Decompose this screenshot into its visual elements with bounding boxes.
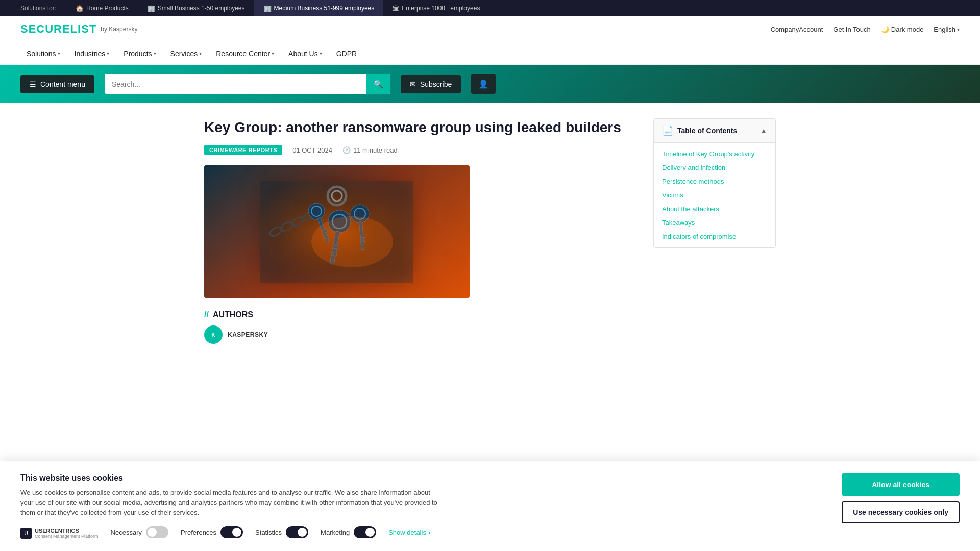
- article-title: Key Group: another ransomware group usin…: [204, 118, 638, 137]
- solutions-label: Solutions for:: [20, 5, 56, 12]
- toc-document-icon: 📄: [662, 125, 673, 136]
- toc-box: 📄 Table of Contents ▲ Timeline of Key Gr…: [653, 118, 776, 248]
- enterprise-icon: 🏛: [393, 5, 399, 12]
- about-chevron: ▾: [320, 51, 322, 56]
- toc-item-1[interactable]: Delivery and infection: [654, 161, 775, 174]
- toc-item-6[interactable]: Indicators of compromise: [654, 230, 775, 243]
- search-wrapper: 🔍: [105, 74, 390, 94]
- toc-item-5[interactable]: Takeaways: [654, 216, 775, 230]
- toc-item-2[interactable]: Persistence methods: [654, 174, 775, 188]
- header-right: CompanyAccount Get In Touch 🌙 Dark mode …: [771, 26, 960, 33]
- author-name: KASPERSKY: [228, 331, 268, 338]
- topbar-home[interactable]: 🏠 Home Products: [66, 0, 138, 16]
- nav-gdpr[interactable]: GDPR: [330, 42, 363, 64]
- toc-item-3[interactable]: Victims: [654, 188, 775, 202]
- dark-mode-button[interactable]: 🌙 Dark mode: [881, 26, 924, 33]
- nav-about-us[interactable]: About Us ▾: [282, 42, 328, 64]
- top-bar: Solutions for: 🏠 Home Products 🏢 Small B…: [0, 0, 980, 16]
- topbar-enterprise[interactable]: 🏛 Enterprise 1000+ employees: [383, 0, 489, 16]
- search-input[interactable]: [105, 75, 366, 93]
- lang-chevron-icon: ▾: [957, 27, 960, 32]
- header: SECURELIST by Kaspersky CompanyAccount G…: [0, 16, 980, 42]
- topbar-small-business[interactable]: 🏢 Small Business 1-50 employees: [138, 0, 254, 16]
- toc-chevron-icon: ▲: [760, 127, 767, 135]
- envelope-icon: ✉: [410, 80, 416, 88]
- moon-icon: 🌙: [881, 26, 889, 33]
- authors-section: AUTHORS K KASPERSKY: [204, 310, 638, 344]
- resource-chevron: ▾: [272, 51, 274, 56]
- get-in-touch-link[interactable]: Get In Touch: [833, 26, 870, 33]
- logo-by: by Kaspersky: [101, 26, 137, 33]
- author-avatar: K: [204, 325, 223, 344]
- industries-chevron: ▾: [107, 51, 109, 56]
- keys-illustration: [204, 165, 470, 298]
- hamburger-icon: ☰: [30, 80, 36, 88]
- logo-text: SECURELIST: [20, 22, 96, 36]
- toc-header[interactable]: 📄 Table of Contents ▲: [654, 119, 775, 143]
- toc-item-0[interactable]: Timeline of Key Group's activity: [654, 147, 775, 161]
- authors-heading: AUTHORS: [204, 310, 638, 319]
- solutions-chevron: ▾: [58, 51, 60, 56]
- author-item: K KASPERSKY: [204, 325, 638, 344]
- green-banner: ☰ Content menu 🔍 ✉ Subscribe 👤: [0, 65, 980, 103]
- home-icon: 🏠: [76, 5, 84, 12]
- article-hero-image: [204, 165, 470, 298]
- nav-products[interactable]: Products ▾: [117, 42, 162, 64]
- user-account-button[interactable]: 👤: [471, 74, 496, 94]
- logo[interactable]: SECURELIST by Kaspersky: [20, 22, 137, 36]
- svg-point-22: [311, 216, 393, 267]
- user-icon: 👤: [478, 80, 488, 88]
- nav-solutions[interactable]: Solutions ▾: [20, 42, 66, 64]
- nav-resource-center[interactable]: Resource Center ▾: [210, 42, 280, 64]
- article-area: Key Group: another ransomware group usin…: [204, 118, 638, 344]
- article-date: 01 OCT 2024: [292, 146, 332, 154]
- medium-building-icon: 🏢: [263, 5, 272, 12]
- toc-list: Timeline of Key Group's activity Deliver…: [654, 143, 775, 247]
- nav-services[interactable]: Services ▾: [164, 42, 208, 64]
- subscribe-button[interactable]: ✉ Subscribe: [401, 75, 461, 93]
- read-time: 🕐 11 minute read: [342, 146, 398, 154]
- content-menu-button[interactable]: ☰ Content menu: [20, 75, 94, 93]
- main-content: Key Group: another ransomware group usin…: [184, 118, 796, 344]
- toc-header-left: 📄 Table of Contents: [662, 125, 737, 136]
- category-badge[interactable]: CRIMEWARE REPORTS: [204, 145, 282, 155]
- article-meta: CRIMEWARE REPORTS 01 OCT 2024 🕐 11 minut…: [204, 145, 638, 155]
- nav-industries[interactable]: Industries ▾: [68, 42, 116, 64]
- products-chevron: ▾: [154, 51, 156, 56]
- search-button[interactable]: 🔍: [366, 74, 390, 94]
- company-account-link[interactable]: CompanyAccount: [771, 26, 823, 33]
- toc-item-4[interactable]: About the attackers: [654, 202, 775, 216]
- topbar-medium-business[interactable]: 🏢 Medium Business 51-999 employees: [254, 0, 384, 16]
- small-building-icon: 🏢: [147, 5, 155, 12]
- toc-sidebar: 📄 Table of Contents ▲ Timeline of Key Gr…: [653, 118, 776, 344]
- services-chevron: ▾: [199, 51, 202, 56]
- clock-icon: 🕐: [342, 146, 351, 154]
- main-nav: Solutions ▾ Industries ▾ Products ▾ Serv…: [0, 42, 980, 65]
- language-selector[interactable]: English ▾: [934, 26, 960, 33]
- search-icon: 🔍: [373, 80, 383, 88]
